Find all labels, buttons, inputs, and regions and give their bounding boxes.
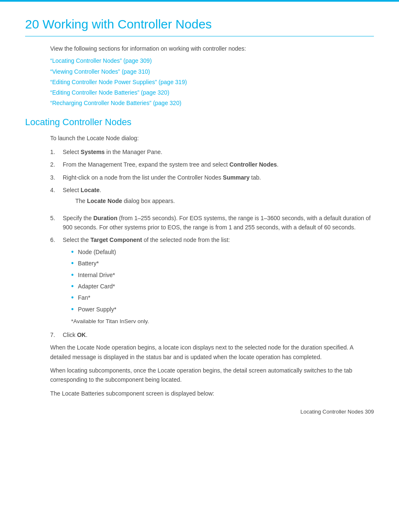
toc-link-2[interactable]: “Viewing Controller Nodes” (page 310) bbox=[50, 67, 374, 77]
component-2-text: Battery* bbox=[78, 259, 99, 268]
step-4: 4 Select Locate. The Locate Node dialog … bbox=[50, 185, 374, 209]
step-2-bold: Controller Nodes bbox=[229, 161, 277, 168]
step-2-content: From the Management Tree, expand the sys… bbox=[63, 160, 374, 169]
bullet-5: • bbox=[71, 293, 74, 303]
intro-text: View the following sections for informat… bbox=[50, 44, 374, 53]
step-3: 3 Right-click on a node from the list un… bbox=[50, 173, 374, 182]
component-1-text: Node (Default) bbox=[78, 247, 116, 257]
component-6-text: Power Supply* bbox=[78, 305, 116, 314]
top-border-bar bbox=[0, 0, 399, 2]
section-intro: To launch the Locate Node dialog: bbox=[50, 134, 374, 143]
bullet-3: • bbox=[71, 270, 74, 280]
component-6: •Power Supply* bbox=[71, 305, 374, 314]
step-1-bold: Systems bbox=[81, 149, 105, 155]
component-4: •Adapter Card* bbox=[71, 282, 374, 291]
step-6-num: 6 bbox=[50, 235, 63, 326]
locate-node-note: The Locate Node dialog box appears. bbox=[75, 196, 374, 206]
step-4-content: Select Locate. The Locate Node dialog bo… bbox=[63, 185, 374, 209]
locate-node-bold: Locate Node bbox=[87, 198, 122, 204]
step-7: 7 Click OK. bbox=[50, 330, 374, 339]
bullet-6: • bbox=[71, 305, 74, 314]
step-6-content: Select the Target Component of the selec… bbox=[63, 235, 374, 326]
step-4-num: 4 bbox=[50, 185, 63, 209]
toc-link-5[interactable]: “Recharging Controller Node Batteries” (… bbox=[50, 98, 374, 108]
step-2: 2 From the Management Tree, expand the s… bbox=[50, 160, 374, 169]
step-5-bold: Duration bbox=[93, 215, 118, 221]
bullet-1: • bbox=[71, 247, 74, 257]
step-1-content: Select Systems in the Manager Pane. bbox=[63, 147, 374, 157]
step-7-content: Click OK. bbox=[63, 330, 374, 339]
chapter-title: 20 Working with Controller Nodes bbox=[25, 17, 374, 36]
chapter-title-text: Working with Controller Nodes bbox=[43, 17, 212, 31]
page-footer: Locating Controller Nodes 309 bbox=[300, 409, 374, 415]
footer-page-number: 309 bbox=[365, 409, 374, 415]
bullet-4: • bbox=[71, 282, 74, 291]
chapter-number: 20 bbox=[25, 17, 39, 31]
body-para-3: The Locate Batteries subcomponent screen… bbox=[50, 389, 374, 398]
component-5: •Fan* bbox=[71, 293, 374, 303]
step-3-num: 3 bbox=[50, 173, 63, 182]
step-3-bold: Summary bbox=[223, 174, 250, 181]
toc-link-4[interactable]: “Editing Controller Node Batteries” (pag… bbox=[50, 87, 374, 98]
body-para-1: When the Locate Node operation begins, a… bbox=[50, 343, 374, 362]
step-5-content: Specify the Duration (from 1–255 seconds… bbox=[63, 213, 374, 232]
toc-link-1[interactable]: “Locating Controller Nodes” (page 309) bbox=[50, 56, 374, 66]
step-4-bold: Locate bbox=[81, 187, 100, 193]
component-3: •Internal Drive* bbox=[71, 270, 374, 280]
step-2-num: 2 bbox=[50, 160, 63, 169]
bullet-2: • bbox=[71, 259, 74, 268]
step-5-num: 5 bbox=[50, 213, 63, 232]
footnote: *Available for Titan InServ only. bbox=[71, 317, 374, 326]
body-para-2: When locating subcomponents, once the Lo… bbox=[50, 366, 374, 385]
section-title: Locating Controller Nodes bbox=[25, 117, 374, 128]
step-7-bold: OK bbox=[77, 332, 86, 338]
steps-list: 1 Select Systems in the Manager Pane. 2 … bbox=[50, 147, 374, 339]
step-7-num: 7 bbox=[50, 330, 63, 339]
footer-text: Locating Controller Nodes bbox=[300, 409, 363, 415]
toc-link-3[interactable]: “Editing Controller Node Power Supplies”… bbox=[50, 77, 374, 87]
step-6: 6 Select the Target Component of the sel… bbox=[50, 235, 374, 326]
page: 20 Working with Controller Nodes View th… bbox=[0, 0, 399, 427]
component-2: •Battery* bbox=[71, 259, 374, 268]
step-6-bold: Target Component bbox=[90, 236, 142, 243]
component-3-text: Internal Drive* bbox=[78, 270, 115, 280]
component-1: •Node (Default) bbox=[71, 247, 374, 257]
step-1-num: 1 bbox=[50, 147, 63, 157]
toc-links: “Locating Controller Nodes” (page 309) “… bbox=[50, 56, 374, 108]
component-4-text: Adapter Card* bbox=[78, 282, 115, 291]
target-components-list: •Node (Default) •Battery* •Internal Driv… bbox=[71, 247, 374, 314]
step-5: 5 Specify the Duration (from 1–255 secon… bbox=[50, 213, 374, 232]
step-3-content: Right-click on a node from the list unde… bbox=[63, 173, 374, 182]
step-1: 1 Select Systems in the Manager Pane. bbox=[50, 147, 374, 157]
component-5-text: Fan* bbox=[78, 293, 90, 302]
